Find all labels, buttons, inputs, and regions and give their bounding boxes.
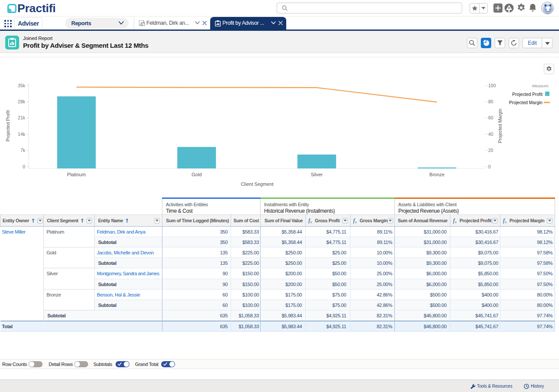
svg-text:7k: 7k (20, 148, 26, 153)
svg-text:Client Segment: Client Segment (241, 181, 273, 187)
svg-text:Platinum: Platinum (67, 172, 86, 177)
svg-text:80: 80 (488, 99, 493, 104)
svg-text:Projected Margin: Projected Margin (509, 100, 542, 105)
svg-text:x: x (310, 220, 312, 223)
svg-text:x: x (455, 220, 457, 223)
svg-text:Projected Profit: Projected Profit (5, 110, 10, 142)
svg-text:x: x (355, 220, 357, 223)
svg-text:Projected Margin: Projected Margin (497, 109, 503, 143)
svg-text:0: 0 (23, 164, 25, 169)
svg-text:40: 40 (488, 132, 493, 137)
svg-text:Silver: Silver (311, 172, 323, 177)
svg-text:Projected Profit: Projected Profit (512, 92, 542, 97)
svg-text:Bronze: Bronze (430, 172, 445, 177)
svg-text:0: 0 (488, 164, 491, 169)
svg-text:14k: 14k (18, 132, 26, 137)
svg-text:21k: 21k (18, 115, 26, 120)
svg-text:28k: 28k (18, 99, 26, 104)
svg-text:Gold: Gold (192, 172, 202, 177)
svg-text:20: 20 (488, 148, 493, 153)
svg-text:60: 60 (488, 115, 493, 120)
svg-text:100: 100 (488, 83, 496, 88)
svg-text:x: x (505, 220, 507, 223)
svg-text:35k: 35k (18, 83, 26, 88)
svg-text:Measure: Measure (532, 83, 549, 88)
